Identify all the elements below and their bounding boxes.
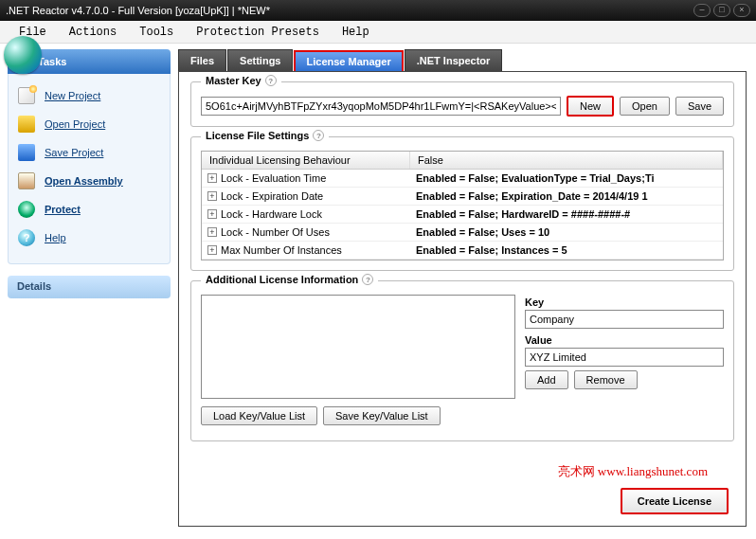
main-panel: Files Settings License Manager .NET Insp… bbox=[171, 44, 756, 539]
menu-bar: File Actions Tools Protection Presets He… bbox=[0, 21, 756, 44]
details-header: Details bbox=[8, 276, 171, 298]
additional-license-info-group: Additional License Information? Key Valu… bbox=[190, 280, 734, 441]
lfs-col-name[interactable]: Individual Licensing Behaviour bbox=[202, 152, 410, 169]
new-key-button[interactable]: New bbox=[567, 96, 614, 117]
sidebar-item-open-project[interactable]: Open Project bbox=[14, 110, 164, 138]
lfs-col-value[interactable]: False bbox=[410, 152, 723, 169]
tab-files[interactable]: Files bbox=[178, 49, 226, 71]
tab-net-inspector[interactable]: .NET Inspector bbox=[405, 49, 503, 71]
expand-icon[interactable]: + bbox=[207, 209, 217, 219]
title-bar: .NET Reactor v4.7.0.0 - Full Version [yo… bbox=[0, 0, 756, 21]
expand-icon[interactable]: + bbox=[207, 245, 217, 255]
remove-button[interactable]: Remove bbox=[574, 370, 638, 389]
menu-help[interactable]: Help bbox=[331, 23, 381, 42]
help-hint-icon[interactable]: ? bbox=[313, 130, 324, 141]
sidebar-item-save-project[interactable]: Save Project bbox=[14, 138, 164, 167]
help-hint-icon[interactable]: ? bbox=[265, 75, 277, 86]
lfs-row[interactable]: +Lock - Evaluation TimeEnabled = False; … bbox=[202, 170, 723, 188]
sidebar-item-open-assembly[interactable]: Open Assembly bbox=[14, 167, 164, 195]
new-file-icon bbox=[18, 87, 35, 104]
value-input[interactable] bbox=[525, 348, 724, 367]
help-hint-icon[interactable]: ? bbox=[362, 274, 373, 285]
watermark-text: 亮术网 www.liangshunet.com bbox=[558, 463, 708, 480]
sidebar-item-new-project[interactable]: New Project bbox=[14, 81, 164, 110]
maximize-icon[interactable]: □ bbox=[713, 4, 730, 17]
expand-icon[interactable]: + bbox=[207, 227, 217, 237]
expand-icon[interactable]: + bbox=[207, 191, 217, 201]
tasks-header: Tasks bbox=[8, 49, 171, 74]
save-kv-list-button[interactable]: Save Key/Value List bbox=[323, 406, 441, 425]
disk-save-icon bbox=[18, 144, 35, 161]
tab-settings[interactable]: Settings bbox=[227, 49, 293, 71]
tab-bar: Files Settings License Manager .NET Insp… bbox=[178, 49, 747, 71]
key-label: Key bbox=[525, 296, 724, 308]
assembly-icon bbox=[18, 172, 35, 189]
help-icon: ? bbox=[18, 229, 35, 246]
value-label: Value bbox=[525, 334, 724, 346]
add-button[interactable]: Add bbox=[525, 370, 568, 389]
lfs-row[interactable]: +Max Number Of InstancesEnabled = False;… bbox=[202, 242, 723, 260]
menu-tools[interactable]: Tools bbox=[128, 23, 185, 42]
lfs-row[interactable]: +Lock - Hardware LockEnabled = False; Ha… bbox=[202, 206, 723, 224]
load-kv-list-button[interactable]: Load Key/Value List bbox=[201, 406, 317, 425]
lfs-legend: License File Settings bbox=[206, 130, 309, 141]
close-icon[interactable]: × bbox=[733, 4, 750, 17]
open-key-button[interactable]: Open bbox=[620, 97, 670, 116]
sidebar-item-protect[interactable]: Protect bbox=[14, 195, 164, 224]
create-license-button[interactable]: Create License bbox=[621, 488, 729, 514]
sidebar: Tasks New Project Open Project Save Proj… bbox=[0, 44, 171, 539]
tasks-label: Tasks bbox=[38, 56, 66, 67]
addl-legend: Additional License Information bbox=[206, 274, 358, 285]
expand-icon[interactable]: + bbox=[207, 173, 217, 183]
app-title: .NET Reactor v4.7.0.0 - Full Version [yo… bbox=[6, 5, 270, 16]
tab-license-manager[interactable]: License Manager bbox=[294, 50, 403, 71]
menu-actions[interactable]: Actions bbox=[58, 23, 128, 42]
master-key-input[interactable] bbox=[201, 97, 561, 116]
sidebar-item-help[interactable]: ?Help bbox=[14, 224, 164, 252]
save-key-button[interactable]: Save bbox=[675, 97, 724, 116]
kv-listbox[interactable] bbox=[201, 295, 515, 399]
license-file-settings-group: License File Settings? Individual Licens… bbox=[190, 136, 734, 271]
key-input[interactable] bbox=[525, 310, 724, 329]
lfs-row[interactable]: +Lock - Expiration DateEnabled = False; … bbox=[202, 188, 723, 206]
shield-icon bbox=[18, 201, 35, 218]
minimize-icon[interactable]: – bbox=[693, 4, 711, 17]
lfs-grid: Individual Licensing Behaviour False +Lo… bbox=[201, 151, 724, 261]
master-key-group: Master Key? New Open Save bbox=[190, 81, 734, 127]
lfs-row[interactable]: +Lock - Number Of UsesEnabled = False; U… bbox=[202, 224, 723, 242]
folder-open-icon bbox=[18, 116, 35, 133]
menu-protection-presets[interactable]: Protection Presets bbox=[185, 23, 331, 42]
master-key-legend: Master Key bbox=[206, 75, 261, 86]
logo-orb-icon bbox=[4, 36, 42, 74]
